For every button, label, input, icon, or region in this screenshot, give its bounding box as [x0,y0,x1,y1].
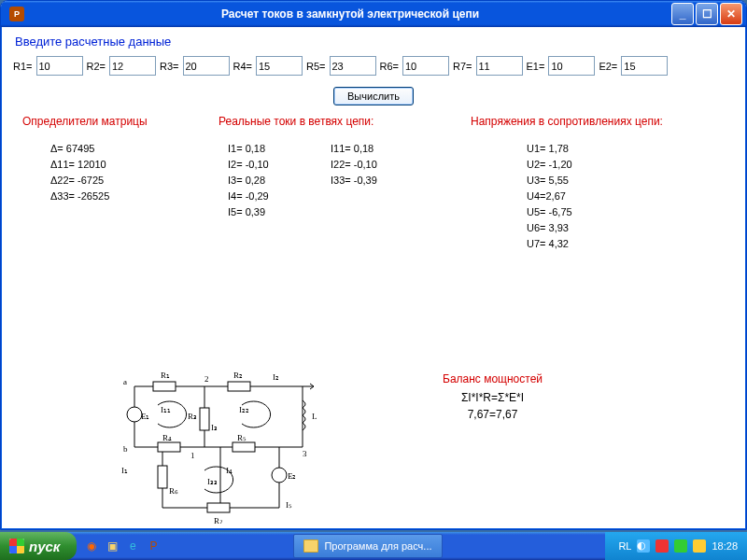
det-row: Δ33= -26525 [50,189,218,204]
clock[interactable]: 18:28 [712,540,738,552]
taskbar-task[interactable]: Программа для расч... [293,534,442,558]
quick-launch: ◉ ▣ e P [82,537,162,555]
power-result: 7,67=7,67 [443,408,543,421]
currents-title: Реальные токи в ветвях цепи: [218,115,331,128]
taskbar: пуск ◉ ▣ e P Программа для расч... RL ◐ … [0,532,747,560]
r6-input[interactable] [402,56,449,76]
firefox-icon[interactable]: ◉ [82,537,101,555]
svg-text:I₃₃: I₃₃ [207,477,218,486]
r5-input[interactable] [330,56,376,76]
svg-text:R₁: R₁ [161,371,170,380]
ie-icon[interactable]: e [123,537,142,555]
svg-text:1: 1 [190,451,195,460]
power-title: Баланс мощностей [443,372,543,385]
tray-icon[interactable] [674,539,687,553]
currents-col-b: I11= 0,18 I22= -0,10 I33= -0,39 [331,141,471,189]
svg-rect-10 [228,382,250,391]
client-area: Введите расчетные данные R1= R2= R3= R4=… [4,27,743,526]
svg-text:3: 3 [303,449,307,458]
windows-logo-icon [9,539,24,553]
close-button[interactable]: ✕ [720,3,742,25]
tray-icon[interactable]: ◐ [637,539,650,553]
svg-text:R₅: R₅ [237,433,247,442]
maximize-button[interactable]: ☐ [696,3,718,25]
svg-rect-13 [233,442,255,452]
svg-text:R₃: R₃ [188,412,197,421]
svg-rect-9 [153,382,176,391]
e2-input[interactable] [621,56,668,76]
svg-text:I₂₂: I₂₂ [239,405,249,414]
minimize-button[interactable]: _ [671,3,694,25]
i-row: I5= 0,39 [228,204,331,220]
svg-point-16 [127,407,142,422]
r1-label: R1= [13,61,33,72]
r4-label: R4= [233,61,253,72]
svg-text:I₄: I₄ [226,466,233,475]
circuit-diagram: a b 2 1 3 R₁ R₂ R₃ R₄ R₅ R₆ R₇ E₁ E₂ [116,363,331,533]
e1-input[interactable] [548,56,595,76]
u-row: U1= 1,78 [527,141,732,157]
u-row: U7= 4,32 [527,236,732,252]
window-title: Расчет токов в замкнутой электрической ц… [29,7,671,21]
svg-text:I₁₁: I₁₁ [161,405,171,414]
u-row: U4=2,67 [527,189,732,204]
system-tray[interactable]: RL ◐ 18:28 [605,532,747,560]
det-row: Δ22= -6725 [50,173,218,189]
titlebar[interactable]: P Расчет токов в замкнутой электрической… [1,1,746,27]
i-row: I33= -0,39 [331,173,471,189]
svg-rect-14 [158,466,167,488]
r3-label: R3= [160,61,179,72]
svg-text:R₂: R₂ [233,371,243,380]
power-formula: ΣI*I*R=Σ*E*I [443,391,543,404]
svg-text:I₁: I₁ [121,466,128,475]
r3-input[interactable] [183,56,230,76]
svg-text:b: b [123,444,128,454]
inputs-row: R1= R2= R3= R4= R5= R6= R7= E1= E2= [4,54,743,81]
svg-rect-15 [207,503,230,512]
task-label: Программа для расч... [324,540,431,552]
calculate-button[interactable]: Вычислить [333,87,414,105]
e1-label: E1= [527,61,545,72]
svg-text:I₅: I₅ [286,500,292,510]
folder-icon [303,539,318,553]
tray-icon[interactable] [655,539,669,553]
svg-text:R₄: R₄ [162,433,172,442]
svg-text:a: a [123,377,127,386]
svg-point-17 [272,468,287,483]
i-row: I2= -0,10 [228,157,331,173]
u-row: U5= -6,75 [527,204,732,220]
i-row: I22= -0,10 [331,157,471,173]
start-button[interactable]: пуск [0,532,77,560]
svg-text:2: 2 [204,374,209,384]
r1-input[interactable] [36,56,83,76]
svg-text:R₆: R₆ [169,486,178,496]
u-row: U3= 5,55 [527,173,732,189]
folder-icon[interactable]: ▣ [103,537,121,555]
currents-col-a: I1= 0,18 I2= -0,10 I3= 0,28 I4= -0,29 I5… [218,141,331,220]
r7-input[interactable] [476,56,523,76]
svg-rect-12 [158,442,180,452]
svg-text:I₃: I₃ [211,423,218,432]
app-shortcut-icon[interactable]: P [144,537,162,555]
r4-input[interactable] [256,56,303,76]
r5-label: R5= [306,61,326,72]
input-section-title: Введите расчетные данные [15,35,743,49]
r2-label: R2= [87,61,106,72]
u-row: U2= -1,20 [527,157,732,173]
r6-label: R6= [380,61,400,72]
i-row: I11= 0,18 [331,141,471,157]
e2-label: E2= [599,61,617,72]
i-row: I3= 0,28 [228,173,331,189]
svg-text:E₁: E₁ [141,412,150,421]
power-balance: Баланс мощностей ΣI*I*R=Σ*E*I 7,67=7,67 [443,372,543,425]
i-row: I4= -0,29 [228,189,331,204]
determinants-title: Определители матрицы [22,115,218,128]
app-icon: P [9,7,24,21]
u-row: U6= 3,93 [527,220,732,236]
r2-input[interactable] [109,56,156,76]
tray-icon[interactable] [693,539,706,553]
voltages-title: Напряжения в сопротивлениях цепи: [471,115,732,128]
voltages-values: U1= 1,78 U2= -1,20 U3= 5,55 U4=2,67 U5= … [471,141,732,252]
det-row: Δ11= 12010 [50,157,218,173]
language-indicator[interactable]: RL [618,540,631,552]
